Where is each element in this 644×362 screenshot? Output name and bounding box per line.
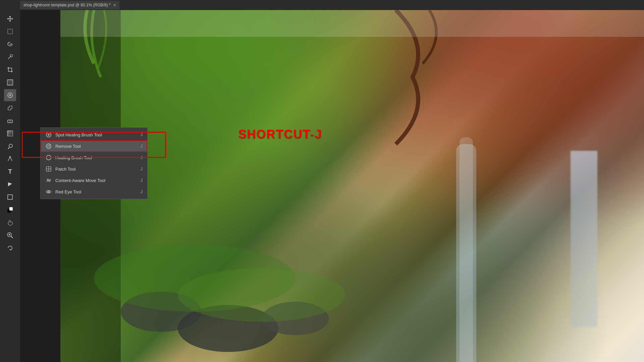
color-picker-button[interactable] xyxy=(4,204,16,216)
shortcut-label: SHORTCUT-J xyxy=(238,127,322,141)
quick-select-icon xyxy=(7,54,13,60)
eraser-tool-icon xyxy=(7,117,13,124)
svg-rect-13 xyxy=(8,195,12,199)
spot-heal-label: Spot Healing Brush Tool xyxy=(55,132,137,137)
svg-point-42 xyxy=(48,191,49,192)
svg-point-33 xyxy=(48,145,50,147)
patch-tool-icon xyxy=(45,166,52,172)
canvas-area: SHORTCUT-J Spot Healing Brush Tool J xyxy=(20,10,644,362)
canvas-background xyxy=(60,10,644,362)
flyout-item-content-aware[interactable]: Content-Aware Move Tool J xyxy=(41,175,147,186)
clone-stamp-button[interactable] xyxy=(4,102,16,114)
svg-rect-0 xyxy=(8,29,12,34)
svg-rect-15 xyxy=(9,207,13,210)
healing-brush-icon xyxy=(45,154,52,161)
frame-tool-button[interactable] xyxy=(4,76,16,88)
flyout-item-spot-heal[interactable]: Spot Healing Brush Tool J xyxy=(41,129,147,140)
zoom-tool-button[interactable] xyxy=(4,229,16,241)
red-eye-icon xyxy=(45,188,52,195)
healing-brush-label: Healing Brush Tool xyxy=(55,155,137,160)
patch-tool-label: Patch Tool xyxy=(55,167,137,172)
lasso-tool-button[interactable] xyxy=(4,38,16,50)
marquee-tool-icon xyxy=(7,28,13,35)
type-tool-button[interactable]: T xyxy=(4,166,16,178)
patch-tool-shortcut: J xyxy=(141,167,143,171)
svg-point-12 xyxy=(9,156,11,158)
svg-rect-10 xyxy=(7,131,13,136)
svg-line-34 xyxy=(50,144,50,145)
tab-title: shop-lightroom template.psd @ 80.1% (RGB… xyxy=(23,3,111,7)
pen-tool-icon xyxy=(7,156,13,162)
remove-tool-label: Remove Tool xyxy=(55,144,137,149)
spot-healing-icon xyxy=(7,92,13,99)
quick-select-button[interactable] xyxy=(4,51,16,63)
type-tool-icon: T xyxy=(8,168,12,175)
marquee-tool-button[interactable] xyxy=(4,25,16,38)
svg-point-11 xyxy=(9,144,12,147)
content-aware-icon xyxy=(45,177,52,184)
gradient-tool-button[interactable] xyxy=(4,127,16,139)
pen-tool-button[interactable] xyxy=(4,153,16,165)
waterfall xyxy=(571,151,597,327)
path-select-button[interactable] xyxy=(4,178,16,190)
flyout-item-patch[interactable]: Patch Tool J xyxy=(41,163,147,175)
svg-rect-2 xyxy=(7,80,13,85)
frame-tool-icon xyxy=(7,79,13,86)
tool-flyout-menu: Spot Healing Brush Tool J Remove Tool J xyxy=(40,127,148,199)
flyout-item-remove[interactable]: Remove Tool J xyxy=(41,140,147,152)
path-select-icon xyxy=(7,181,13,188)
move-tool-button[interactable] xyxy=(4,13,16,25)
remove-tool-icon xyxy=(45,143,52,149)
spot-healing-tool-button[interactable] xyxy=(4,89,16,101)
content-aware-label: Content-Aware Move Tool xyxy=(55,178,137,183)
tab-bar: shop-lightroom template.psd @ 80.1% (RGB… xyxy=(0,0,644,10)
gradient-tool-icon xyxy=(7,130,13,137)
rotate-tool-button[interactable] xyxy=(4,242,16,254)
red-eye-shortcut: J xyxy=(141,189,143,194)
crop-tool-button[interactable] xyxy=(4,64,16,76)
move-tool-icon xyxy=(7,15,13,22)
red-eye-label: Red Eye Tool xyxy=(55,189,137,194)
svg-line-17 xyxy=(11,236,13,238)
clone-stamp-icon xyxy=(7,105,13,111)
shape-tool-button[interactable] xyxy=(4,191,16,203)
document-tab[interactable]: shop-lightroom template.psd @ 80.1% (RGB… xyxy=(20,1,119,9)
crop-tool-icon xyxy=(7,66,13,73)
left-toolbar: T xyxy=(0,10,20,362)
tab-close-button[interactable]: × xyxy=(113,2,116,8)
lasso-tool-icon xyxy=(7,41,13,48)
content-aware-shortcut: J xyxy=(141,178,143,183)
dodge-tool-icon xyxy=(7,143,13,149)
zoom-tool-icon xyxy=(7,232,13,239)
dodge-tool-button[interactable] xyxy=(4,140,16,152)
spot-heal-shortcut: J xyxy=(141,132,143,137)
eraser-tool-button[interactable] xyxy=(4,115,16,127)
remove-tool-shortcut: J xyxy=(141,144,143,148)
hand-tool-icon xyxy=(7,219,13,226)
color-picker-icon xyxy=(7,206,13,213)
foliage-overlay xyxy=(60,10,644,362)
flyout-item-healing-brush[interactable]: Healing Brush Tool J xyxy=(41,152,147,163)
spot-heal-icon xyxy=(45,131,52,138)
rotate-tool-icon xyxy=(7,245,13,251)
hand-tool-button[interactable] xyxy=(4,217,16,229)
shape-tool-icon xyxy=(7,194,13,200)
healing-brush-shortcut: J xyxy=(141,155,143,160)
flyout-item-red-eye[interactable]: Red Eye Tool J xyxy=(41,186,147,197)
